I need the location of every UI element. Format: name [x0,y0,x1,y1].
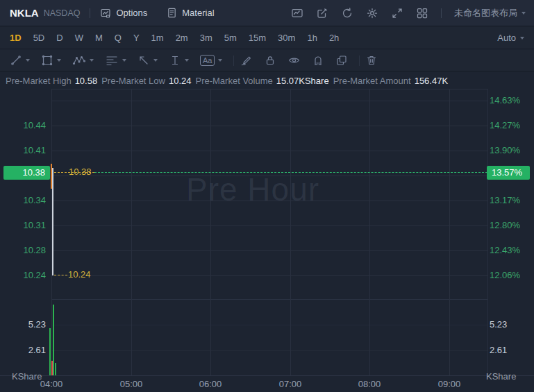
delete-drawings-button[interactable] [365,54,378,67]
volume-bar-up [55,363,56,375]
current-price-line [94,172,487,173]
options-menu[interactable]: Options [100,8,147,19]
chart-canvas[interactable]: Pre Hour 10.44 10.41 10.34 10.31 10.28 1… [0,89,534,392]
percent-tick: 14.63% [490,94,520,107]
price-trace-wick [52,168,53,275]
timeframe-1m[interactable]: 1m [151,33,164,43]
edit-button[interactable] [315,6,330,21]
price-tick: 10.24 [0,269,46,282]
current-percent-badge: 13.57% [487,166,530,180]
candle-mode-label: Auto [497,33,516,43]
material-icon [167,8,177,18]
premarket-amount-value: 156.47K [415,76,448,86]
price-tick: 10.31 [0,219,46,232]
exchange-label: NASDAQ [44,8,81,18]
material-menu[interactable]: Material [167,8,214,18]
plot-right-border [487,89,488,375]
candle-mode-selector[interactable]: Auto [497,33,524,43]
volume-unit-right: KShare [486,371,516,382]
gridline [51,325,487,325]
eye-icon [287,54,301,67]
options-menu-label: Options [116,8,147,18]
timeframe-1h[interactable]: 1h [307,33,317,43]
price-tick: 10.41 [0,144,46,157]
timeframe-w[interactable]: W [75,33,83,43]
premarket-stats: Pre-Market High 10.58 Pre-Market Low 10.… [0,72,534,89]
percent-tick: 12.06% [490,269,520,282]
timeframe-d[interactable]: D [56,33,62,43]
arrow-tool-icon [137,54,150,67]
premarket-volume-label: Pre-Market Volume [195,76,272,86]
chart-layout-selector[interactable]: 未命名图表布局 [454,7,526,19]
divider [233,56,234,66]
chevron-down-icon [522,12,526,15]
gear-icon [366,7,378,19]
timeframe-5d[interactable]: 5D [33,33,45,43]
layout-grid-button[interactable] [415,6,430,21]
gridline [210,89,211,375]
volume-tick: 2.61 [0,344,46,357]
magnet-icon [312,54,324,67]
premarket-low-value: 10.24 [169,76,192,86]
settings-button[interactable] [365,6,380,21]
chevron-down-icon [90,59,94,62]
percent-tick: 14.27% [490,119,520,132]
chevron-down-icon [26,59,30,62]
text-cursor-tool-button[interactable] [169,54,189,67]
duplicate-icon [335,54,348,67]
gridline [51,275,487,276]
fullscreen-button[interactable] [390,6,405,21]
timeframe-5m[interactable]: 5m [224,33,237,43]
lock-icon [264,54,276,67]
edit-pencil-icon [316,7,328,19]
gridline [449,89,450,375]
timeframe-1d[interactable]: 1D [10,33,22,43]
gridline [51,350,487,351]
chart-layout-name: 未命名图表布局 [454,7,517,19]
visibility-button[interactable] [287,54,301,67]
label-tool-button[interactable]: Aa [200,55,222,66]
gridline [51,101,487,101]
pattern-tool-button[interactable] [72,54,94,67]
shape-tool-button[interactable] [41,54,61,67]
timeframe-15m[interactable]: 15m [249,33,266,43]
timeframe-bar: 1D 5D D W M Q Y 1m 2m 3m 5m 15m 30m 1h 2… [0,27,534,49]
timeframe-m[interactable]: M [95,33,103,43]
divider [90,8,90,18]
material-menu-label: Material [182,8,214,18]
timeframe-y[interactable]: Y [133,33,140,43]
volume-bar-up [53,305,54,375]
gridline [51,250,487,251]
percent-tick: 12.43% [490,244,520,257]
freehand-draw-button[interactable] [240,54,253,67]
time-tick: 08:00 [354,379,385,389]
duplicate-button[interactable] [335,54,348,67]
magnet-snap-button[interactable] [312,54,324,67]
timeframe-q[interactable]: Q [115,33,122,43]
timeframe-30m[interactable]: 30m [278,33,295,43]
price-tick: 10.44 [0,119,46,132]
refresh-button[interactable] [340,6,355,21]
label-tool-icon: Aa [200,55,215,66]
timeframe-2h[interactable]: 2h [329,33,339,43]
fibonacci-tool-button[interactable] [105,54,126,67]
chart-snapshot-button[interactable] [290,6,305,21]
drawing-toolbar: Aa [0,50,534,71]
time-tick: 09:00 [434,379,465,389]
symbol-title: NKLA [10,7,39,19]
line-tool-button[interactable] [10,54,30,67]
wave-pattern-icon [72,54,86,67]
fullscreen-icon [391,7,403,19]
gridline [51,126,487,126]
volume-tick: 5.23 [0,318,46,331]
premarket-low-label: Pre-Market Low [101,76,165,86]
timeframe-2m[interactable]: 2m [176,33,188,43]
marker-pen-icon [240,54,253,67]
trading-app-window: NKLA NASDAQ Options Material [0,0,534,392]
line-tool-icon [10,54,22,67]
lock-drawings-button[interactable] [264,54,276,67]
timeframe-3m[interactable]: 3m [200,33,212,43]
arrow-tool-button[interactable] [137,54,158,67]
pane-divider [51,299,487,300]
gridline [290,89,291,375]
